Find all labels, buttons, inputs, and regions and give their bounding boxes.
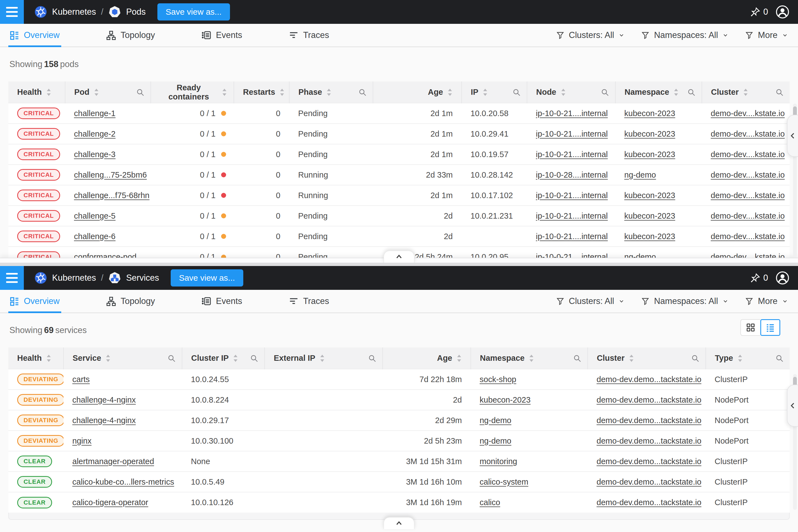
namespace-link[interactable]: calico [480,498,500,507]
collapse-table-button[interactable] [383,250,415,263]
column-header-age[interactable]: Age [373,88,461,97]
menu-icon[interactable] [0,266,24,290]
search-icon[interactable] [167,354,176,362]
sort-icon[interactable] [46,88,52,97]
sort-icon[interactable] [482,88,488,97]
pin-icon[interactable] [750,273,761,283]
tab-topology[interactable]: Topology [106,290,155,312]
pod-link[interactable]: challeng...75-25bm6 [74,170,147,179]
filter-namespaces[interactable]: Namespaces: All [641,296,728,306]
avatar[interactable] [775,5,790,19]
column-header-namespace[interactable]: Namespace [471,354,587,363]
namespace-link[interactable]: monitoring [480,457,517,466]
node-link[interactable]: ip-10-0-21....internal [536,109,608,118]
tab-events[interactable]: Events [202,24,242,46]
avatar[interactable] [775,271,790,285]
pod-link[interactable]: challenge-2 [74,129,116,138]
grid-view-icon[interactable] [740,319,760,336]
column-header-age[interactable]: Age [383,354,471,363]
tab-overview[interactable]: Overview [10,24,60,46]
pod-link[interactable]: challenge-3 [74,150,116,159]
column-header-phase[interactable]: Phase [289,88,373,97]
column-header-external_ip[interactable]: External IP [265,354,382,363]
namespace-link[interactable]: calico-system [480,477,528,486]
sort-icon[interactable] [326,88,332,97]
column-header-node[interactable]: Node [527,88,615,97]
sort-icon[interactable] [560,88,566,97]
filter-clusters[interactable]: Clusters: All [556,296,625,306]
list-view-icon[interactable] [760,319,780,336]
menu-icon[interactable] [0,0,24,24]
search-icon[interactable] [687,88,696,96]
namespace-link[interactable]: sock-shop [480,375,516,384]
column-header-cluster[interactable]: Cluster [702,88,790,97]
search-icon[interactable] [368,354,376,362]
pod-link[interactable]: challenge-1 [74,109,116,118]
column-header-namespace[interactable]: Namespace [616,88,702,97]
sort-icon[interactable] [222,88,227,97]
service-link[interactable]: nginx [72,436,92,445]
service-link[interactable]: challenge-4-nginx [72,416,136,425]
filter-more[interactable]: More [745,296,788,306]
search-icon[interactable] [775,88,784,96]
search-icon[interactable] [601,88,609,96]
breadcrumb-app[interactable]: Kubernetes [52,273,96,283]
namespace-link[interactable]: kubecon-2023 [624,211,675,220]
breadcrumb-view[interactable]: Pods [126,7,146,17]
column-header-restarts[interactable]: Restarts [234,88,289,97]
tab-topology[interactable]: Topology [106,24,155,46]
search-icon[interactable] [775,354,784,362]
sort-icon[interactable] [737,354,743,363]
search-icon[interactable] [691,354,699,362]
cluster-link[interactable]: demo-dev....kstate.io [711,129,785,138]
sort-icon[interactable] [447,88,453,97]
cluster-link[interactable]: demo-dev.demo...tackstate.io [596,436,701,445]
cluster-link[interactable]: demo-dev....kstate.io [711,211,785,220]
tab-events[interactable]: Events [202,290,242,312]
node-link[interactable]: ip-10-0-28....internal [536,170,608,179]
namespace-link[interactable]: ng-demo [480,436,511,445]
tab-overview[interactable]: Overview [10,290,60,312]
namespace-link[interactable]: kubecon-2023 [624,109,675,118]
column-header-ip[interactable]: IP [462,88,527,97]
collapse-table-button[interactable] [383,517,415,529]
column-header-cluster[interactable]: Cluster [588,354,705,363]
right-panel-handle[interactable] [787,115,798,157]
service-link[interactable]: alertmanager-operated [72,457,154,466]
breadcrumb-view[interactable]: Services [126,273,159,283]
column-header-health[interactable]: Health [8,88,65,97]
sort-icon[interactable] [232,354,239,363]
sort-icon[interactable] [673,88,679,97]
sort-icon[interactable] [105,354,111,363]
cluster-link[interactable]: demo-dev....kstate.io [711,109,785,118]
service-link[interactable]: calico-kube-co...llers-metrics [72,477,174,486]
cluster-link[interactable]: demo-dev.demo...tackstate.io [596,416,701,425]
column-header-ready[interactable]: Ready containers [151,83,233,101]
cluster-link[interactable]: demo-dev.demo...tackstate.io [596,375,701,384]
namespace-link[interactable]: kubecon-2023 [624,150,675,159]
search-icon[interactable] [136,88,144,96]
cluster-link[interactable]: demo-dev....kstate.io [711,170,785,179]
column-header-cluster_ip[interactable]: Cluster IP [182,354,264,363]
search-icon[interactable] [358,88,366,96]
tab-traces[interactable]: Traces [289,290,329,312]
sort-icon[interactable] [743,88,749,97]
namespace-link[interactable]: kubecon-2023 [480,395,531,404]
sort-icon[interactable] [93,88,99,97]
pod-link[interactable]: challenge-6 [74,232,116,241]
node-link[interactable]: ip-10-0-21....internal [536,129,608,138]
sort-icon[interactable] [279,88,285,97]
pin-icon[interactable] [750,7,761,17]
column-header-type[interactable]: Type [706,354,790,363]
pod-link[interactable]: challenge...f75-68rhn [74,191,149,200]
filter-clusters[interactable]: Clusters: All [556,30,625,40]
namespace-link[interactable]: kubecon-2023 [624,129,675,138]
namespace-link[interactable]: kubecon-2023 [624,191,675,200]
cluster-link[interactable]: demo-dev....kstate.io [711,232,785,241]
sort-icon[interactable] [628,354,634,363]
namespace-link[interactable]: kubecon-2023 [624,232,675,241]
column-header-service[interactable]: Service [64,354,182,363]
tab-traces[interactable]: Traces [289,24,329,46]
search-icon[interactable] [573,354,581,362]
column-header-health[interactable]: Health [8,354,63,363]
